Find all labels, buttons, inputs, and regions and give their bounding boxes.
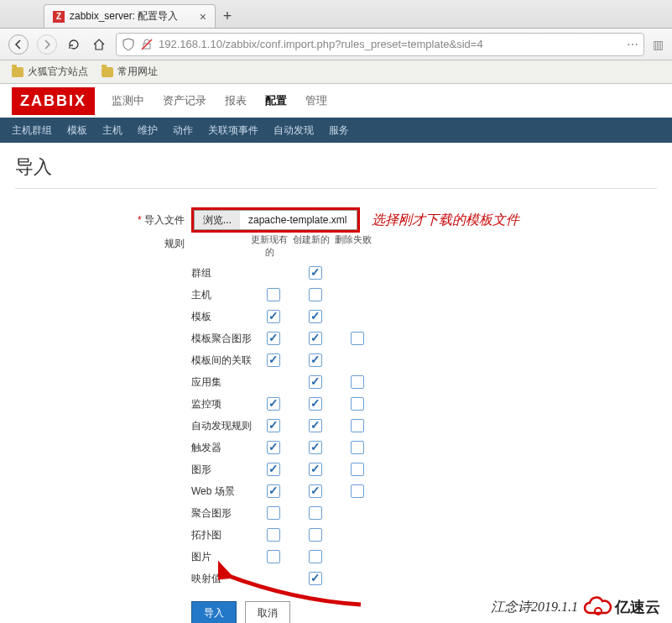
rule-checkbox[interactable] [309, 506, 322, 520]
checkbox-cell [309, 528, 351, 542]
rule-checkbox[interactable] [309, 375, 322, 389]
new-tab-button[interactable]: + [216, 4, 239, 28]
rule-name: 图形 [191, 463, 267, 477]
url-input[interactable] [159, 38, 622, 50]
forward-button[interactable] [37, 34, 57, 55]
page-content: 导入 导入文件 浏览... zapache-template.xml 选择刚才下… [0, 143, 672, 623]
subnav-services[interactable]: 服务 [329, 123, 349, 138]
rule-checkbox[interactable] [267, 550, 280, 563]
rule-checkbox[interactable] [309, 288, 322, 301]
rule-checkbox[interactable] [267, 528, 280, 542]
rule-checkbox[interactable] [309, 463, 322, 476]
checkbox-cell [309, 288, 351, 301]
rule-checkbox[interactable] [267, 288, 280, 301]
reload-icon [67, 38, 81, 51]
rule-row: Web 场景 [191, 480, 393, 502]
rule-row: 映射值 [191, 568, 393, 589]
rule-checkbox[interactable] [309, 353, 322, 367]
reload-button[interactable] [65, 36, 82, 53]
rule-checkbox[interactable] [267, 506, 280, 520]
checkbox-cell [267, 484, 309, 498]
zabbix-header: ZABBIX 监测中 资产记录 报表 配置 管理 [0, 84, 672, 118]
checkbox-cell [351, 463, 393, 476]
rule-checkbox[interactable] [351, 332, 364, 345]
checkbox-cell [267, 353, 309, 367]
col-create: 创建新的 [290, 233, 332, 259]
checkbox-cell [267, 463, 309, 476]
subnav-hostgroups[interactable]: 主机群组 [12, 123, 52, 138]
cancel-button[interactable]: 取消 [245, 601, 290, 623]
rule-checkbox[interactable] [267, 310, 280, 323]
rule-name: 群组 [191, 266, 267, 280]
rule-checkbox[interactable] [267, 484, 280, 498]
checkbox-cell [267, 397, 309, 411]
browse-button[interactable]: 浏览... [194, 210, 240, 230]
checkbox-cell [309, 310, 351, 323]
reader-mode-icon[interactable]: ▥ [653, 38, 664, 51]
subnav-templates[interactable]: 模板 [67, 123, 87, 138]
rule-checkbox[interactable] [267, 332, 280, 345]
bookmark-item[interactable]: 火狐官方站点 [12, 65, 88, 79]
back-button[interactable] [8, 34, 29, 55]
nav-config[interactable]: 配置 [263, 90, 289, 112]
checkbox-cell [309, 332, 351, 345]
subnav-maintenance[interactable]: 维护 [138, 123, 158, 138]
rule-checkbox[interactable] [351, 484, 364, 498]
home-button[interactable] [91, 36, 107, 53]
rule-checkbox[interactable] [309, 572, 322, 585]
col-delete: 删除失败 [332, 233, 374, 259]
rule-name: 应用集 [191, 375, 267, 390]
rule-checkbox[interactable] [267, 441, 280, 454]
browser-tab[interactable]: Z zabbix_server: 配置导入 × [44, 4, 216, 28]
rule-checkbox[interactable] [267, 353, 280, 367]
watermark-logo: 亿速云 [583, 596, 660, 618]
rule-row: 拓扑图 [191, 524, 393, 546]
rule-checkbox[interactable] [309, 266, 322, 280]
subnav-hosts[interactable]: 主机 [102, 123, 122, 138]
rule-row: 图形 [191, 458, 393, 480]
rule-checkbox[interactable] [351, 463, 364, 476]
rule-checkbox[interactable] [351, 441, 364, 454]
rule-name: 拓扑图 [191, 528, 267, 542]
rule-checkbox[interactable] [309, 397, 322, 411]
rule-checkbox[interactable] [309, 310, 322, 323]
checkbox-cell [351, 397, 393, 411]
bookmark-label: 常用网址 [117, 65, 158, 79]
rule-row: 模板间的关联 [191, 349, 393, 371]
zabbix-logo[interactable]: ZABBIX [12, 87, 95, 115]
rule-checkbox[interactable] [351, 419, 364, 432]
rule-checkbox[interactable] [351, 375, 364, 389]
checkbox-cell [267, 528, 309, 542]
rule-checkbox[interactable] [309, 419, 322, 432]
close-icon[interactable]: × [200, 10, 206, 24]
subnav-discovery[interactable]: 自动发现 [273, 123, 314, 138]
nav-inventory[interactable]: 资产记录 [161, 90, 208, 112]
rule-checkbox[interactable] [309, 441, 322, 454]
rule-checkbox[interactable] [267, 397, 280, 411]
nav-monitor[interactable]: 监测中 [110, 90, 146, 112]
rule-row: 聚合图形 [191, 502, 393, 524]
checkbox-cell [309, 353, 351, 367]
nav-report[interactable]: 报表 [223, 90, 248, 112]
rule-checkbox[interactable] [267, 419, 280, 432]
rule-checkbox[interactable] [309, 332, 322, 345]
rule-checkbox[interactable] [309, 528, 322, 542]
rule-checkbox[interactable] [309, 550, 322, 563]
reader-icon[interactable]: ⋯ [627, 38, 638, 51]
rule-row: 自动发现规则 [191, 415, 393, 437]
rule-name: Web 场景 [191, 484, 267, 499]
rule-name: 模板间的关联 [191, 353, 267, 368]
watermark-author: 江念诗2019.1.1 [491, 599, 578, 616]
checkbox-cell [309, 572, 351, 585]
subnav-actions[interactable]: 动作 [173, 123, 193, 138]
rule-checkbox[interactable] [351, 397, 364, 411]
url-bar[interactable]: ⋯ [116, 33, 644, 56]
rule-checkbox[interactable] [309, 484, 322, 498]
rule-row: 主机 [191, 284, 393, 306]
nav-admin[interactable]: 管理 [304, 90, 329, 112]
rule-checkbox[interactable] [267, 463, 280, 476]
bookmark-item[interactable]: 常用网址 [102, 65, 158, 79]
import-button[interactable]: 导入 [191, 601, 237, 623]
subnav-correlation[interactable]: 关联项事件 [208, 123, 258, 138]
rule-name: 模板聚合图形 [191, 332, 267, 346]
